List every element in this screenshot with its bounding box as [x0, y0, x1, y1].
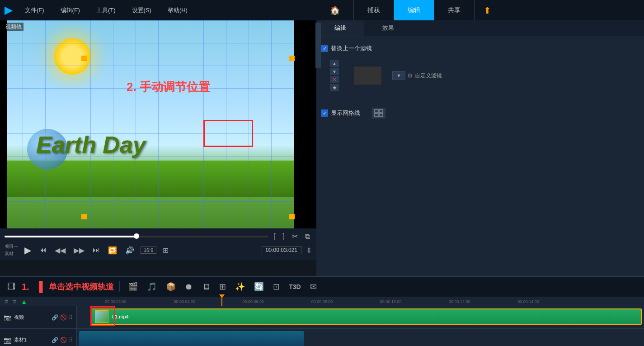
- skip-end-btn[interactable]: ⏭: [91, 245, 102, 255]
- tl-icon-effect[interactable]: ✨: [232, 280, 248, 294]
- timeline-toolbar: 🎞 1. ▐ 单击选中视频轨道 🎬 🎵 📦 ⏺ 🖥 ⊞ ✨ 🔄 ⊡ T3D ✉: [0, 277, 644, 297]
- material-track-controls: 🔗 🚫 ⠿: [52, 337, 73, 343]
- material-mute-btn[interactable]: 🚫: [60, 337, 67, 343]
- checkbox-show-grid-input[interactable]: ✓: [321, 109, 328, 117]
- tl-icon-record[interactable]: ⏺: [182, 280, 196, 294]
- bracket-close-btn[interactable]: ]: [281, 232, 287, 242]
- tl-icon-crop[interactable]: ⊡: [270, 280, 282, 294]
- menu-help[interactable]: 帮助(H): [164, 5, 191, 16]
- material-dots-btn[interactable]: ⠿: [69, 337, 73, 343]
- material-label: 素材—: [5, 251, 18, 257]
- filter-settings-icon[interactable]: ⚙: [407, 72, 413, 79]
- checkbox-show-grid-label: 显示网格线: [331, 109, 360, 117]
- play-btn[interactable]: ▶: [23, 244, 33, 256]
- black-bar-right: [294, 20, 316, 228]
- checkbox-show-grid: ✓ 显示网格线: [321, 105, 639, 121]
- track-rows: 📷 视频 🔗 🚫 ⠿ 01.mp4 📷 素材1: [0, 306, 644, 346]
- menu-edit[interactable]: 编辑(E): [57, 5, 84, 16]
- panel-resize-handle[interactable]: ⋮: [315, 23, 321, 68]
- checkbox-replace-filter-input[interactable]: ✓: [321, 45, 328, 52]
- cut-icon[interactable]: ✂: [290, 231, 300, 242]
- track-content-video[interactable]: 01.mp4: [77, 306, 644, 328]
- track-link-btn[interactable]: 🔗: [52, 314, 58, 321]
- skip-start-btn[interactable]: ⏮: [38, 245, 48, 255]
- tl-icon-3d[interactable]: T3D: [286, 281, 303, 292]
- svg-rect-2: [375, 114, 378, 117]
- ruler-mark-4: 00:00:10:00: [357, 299, 425, 304]
- black-bar-left: [0, 20, 7, 228]
- track-row-video: 📷 视频 🔗 🚫 ⠿ 01.mp4: [0, 306, 644, 329]
- ruler-mark-1: 00:00:04:00: [150, 299, 219, 304]
- tab-home[interactable]: 🏠: [316, 0, 354, 20]
- material-link-btn[interactable]: 🔗: [52, 337, 58, 343]
- playhead-triangle: [219, 294, 225, 298]
- progress-fill: [5, 236, 136, 237]
- loop-btn[interactable]: 🔁: [106, 245, 119, 256]
- tab-edit[interactable]: 编辑: [394, 0, 434, 20]
- filter-star-btn[interactable]: ★: [330, 84, 339, 91]
- menu-tools[interactable]: 工具(T): [93, 5, 119, 16]
- project-label: 项目—: [5, 243, 18, 250]
- video-track-name: 视频: [14, 314, 24, 321]
- track-dots-btn[interactable]: ⠿: [69, 314, 73, 321]
- tl-icon-envelope[interactable]: ✉: [307, 280, 320, 294]
- annotation-step2: 2. 手动调节位置: [127, 79, 210, 95]
- ruler-mark-2: 00:00:06:00: [219, 299, 287, 304]
- filter-dropdown[interactable]: ▼: [392, 71, 405, 80]
- upload-button[interactable]: ⬆: [475, 5, 500, 16]
- grid-overlay: [0, 20, 316, 228]
- aspect-ratio-badge[interactable]: 16:9: [141, 246, 156, 254]
- top-right-tabs: 🏠 捕获 编辑 共享 ⬆: [316, 0, 644, 20]
- track-mute-btn[interactable]: 🚫: [60, 314, 67, 321]
- video-track-icon: 📷: [4, 314, 11, 321]
- ruler-btn1[interactable]: ≡: [5, 298, 8, 305]
- ruler-left-area: ≡ ≡ ▲: [5, 298, 81, 305]
- volume-btn[interactable]: 🔊: [123, 245, 136, 256]
- menu-file[interactable]: 文件(F): [21, 5, 48, 16]
- tab-edit-right[interactable]: 编辑: [316, 20, 364, 37]
- tl-icon-transition[interactable]: 🎬: [125, 280, 141, 294]
- playhead-marker: ▲: [21, 298, 27, 305]
- control-row: 项目— 素材— ▶ ⏮ ◀◀ ▶▶ ⏭ 🔁 🔊 16:9 ⊞ 00:00:03:…: [5, 243, 312, 257]
- tl-icon-refresh[interactable]: 🔄: [251, 280, 267, 294]
- filter-down-btn[interactable]: ▼: [330, 68, 339, 75]
- main-layout: 视频轨 Earth Day 2. 手动调节位置 ✛: [0, 20, 644, 276]
- tab-effects[interactable]: 效果: [364, 20, 412, 37]
- filter-thumbnail: [354, 66, 381, 85]
- tl-icon-export[interactable]: 📦: [163, 280, 179, 294]
- red-selection-box: ✛: [203, 120, 253, 147]
- menu-settings[interactable]: 设置(S): [128, 5, 155, 16]
- copy-icon[interactable]: ⧉: [303, 232, 312, 242]
- fit-screen-btn[interactable]: ⊞: [161, 245, 170, 256]
- video-panel: 视频轨 Earth Day 2. 手动调节位置 ✛: [0, 20, 316, 276]
- timecode-arrows[interactable]: ⇕: [306, 246, 312, 255]
- corner-marker-tr: [289, 56, 295, 61]
- right-panel-tabs: 编辑 效果: [316, 20, 644, 37]
- filter-up-btn[interactable]: ▲: [330, 60, 339, 67]
- filter-dropdown-arrow: ▼: [396, 73, 401, 78]
- track-header-video: 📷 视频 🔗 🚫 ⠿: [0, 306, 77, 328]
- svg-rect-1: [379, 109, 383, 113]
- bracket-open-btn[interactable]: [: [272, 232, 277, 242]
- video-clip[interactable]: 01.mp4: [90, 308, 642, 325]
- timeline-bar: [ ] ✂ ⧉: [5, 231, 312, 242]
- timeline-ruler: ≡ ≡ ▲ 00:00:02:00 00:00:04:00 00:00:06:0…: [0, 297, 644, 306]
- tl-icon-film[interactable]: 🎞: [5, 280, 18, 294]
- audio-clip[interactable]: [79, 331, 304, 346]
- tl-icon-music[interactable]: 🎵: [144, 280, 160, 294]
- next-frame-btn[interactable]: ▶▶: [72, 245, 86, 256]
- video-track-label: 视频轨: [4, 23, 24, 31]
- tl-icon-video-track[interactable]: ▐: [33, 279, 46, 294]
- progress-track[interactable]: [5, 236, 268, 237]
- app-logo: ▶: [5, 5, 12, 16]
- prev-frame-btn[interactable]: ◀◀: [53, 245, 67, 256]
- ruler-btn2[interactable]: ≡: [13, 298, 16, 305]
- grid-icon-btn[interactable]: [372, 108, 385, 118]
- tl-icon-grid[interactable]: ⊞: [216, 280, 229, 294]
- filter-remove-btn[interactable]: ✕: [330, 76, 339, 83]
- tab-share[interactable]: 共享: [434, 0, 475, 20]
- tab-capture[interactable]: 捕获: [354, 0, 394, 20]
- video-controls: [ ] ✂ ⧉ 项目— 素材— ▶ ⏮ ◀◀ ▶▶ ⏭ 🔁 🔊 16:9 ⊞ 0…: [0, 228, 316, 260]
- track-content-material[interactable]: [77, 329, 644, 346]
- tl-icon-screen[interactable]: 🖥: [199, 280, 213, 294]
